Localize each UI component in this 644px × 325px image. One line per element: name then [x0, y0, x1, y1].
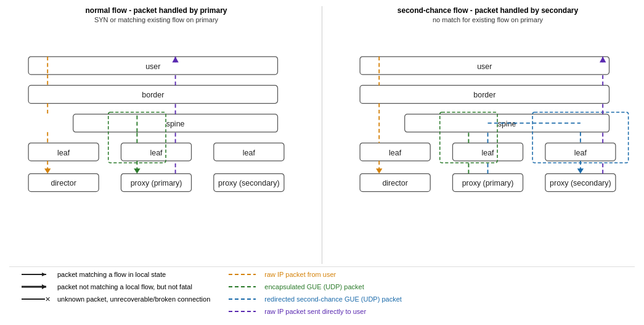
legend-left: packet matching a flow in local state pa…	[22, 270, 210, 316]
legend-item-orange: raw IP packet from user	[229, 270, 402, 279]
diagram-normal-subtitle: SYN or matching existing flow on primary	[94, 16, 218, 23]
svg-marker-66	[577, 168, 584, 173]
legend-right: raw IP packet from user encapsulated GUE…	[229, 270, 402, 316]
legend-purple-label: raw IP packet sent directly to user	[264, 308, 366, 315]
legend-blue-label: redirected second-chance GUE (UDP) packe…	[264, 295, 402, 303]
svg-text:leaf: leaf	[574, 149, 587, 157]
main-container: normal flow - packet handled by primary …	[0, 0, 644, 325]
legend-blue-icon	[229, 295, 259, 303]
diagrams-row: normal flow - packet handled by primary …	[9, 6, 635, 264]
diagram-secondchance-subtitle: no match for existing flow on primary	[433, 16, 543, 23]
svg-marker-76	[42, 284, 46, 289]
diagram-secondchance-title: second-chance flow - packet handled by s…	[397, 6, 578, 15]
svg-marker-28	[134, 168, 140, 173]
svg-text:proxy (secondary): proxy (secondary)	[550, 179, 611, 187]
legend-item-x: ✕ unknown packet, unrecoverable/broken c…	[22, 295, 210, 303]
svg-text:spine: spine	[498, 120, 516, 128]
legend-green-label: encapsulated GUE (UDP) packet	[264, 283, 364, 290]
svg-text:leaf: leaf	[243, 149, 256, 157]
svg-text:user: user	[477, 62, 492, 71]
svg-text:leaf: leaf	[57, 149, 70, 157]
legend-purple-icon	[229, 307, 259, 316]
legend-item-blue: redirected second-chance GUE (UDP) packe…	[229, 295, 402, 303]
legend-orange-label: raw IP packet from user	[264, 271, 336, 278]
legend-item-thick: packet not matching a local flow, but no…	[22, 282, 210, 291]
diagram-normal-title: normal flow - packet handled by primary	[85, 6, 227, 15]
svg-text:proxy (primary): proxy (primary)	[131, 179, 182, 187]
diagram-normal: normal flow - packet handled by primary …	[9, 6, 303, 264]
svg-text:director: director	[382, 179, 407, 187]
legend-item-solid: packet matching a flow in local state	[22, 270, 210, 279]
svg-text:leaf: leaf	[389, 149, 402, 157]
svg-text:director: director	[51, 179, 76, 187]
legend-solid-icon	[22, 270, 52, 279]
svg-text:leaf: leaf	[481, 149, 494, 157]
svg-text:✕: ✕	[45, 295, 51, 303]
legend-solid-label: packet matching a flow in local state	[57, 271, 166, 278]
diagram-secondchance: second-chance flow - packet handled by s…	[341, 6, 635, 264]
svg-text:border: border	[473, 91, 495, 99]
legend-item-purple: raw IP packet sent directly to user	[229, 307, 402, 316]
svg-text:user: user	[145, 62, 160, 71]
legend-thick-icon	[22, 282, 52, 291]
svg-marker-56	[376, 168, 382, 173]
svg-text:proxy (primary): proxy (primary)	[462, 179, 514, 187]
legend-item-green: encapsulated GUE (UDP) packet	[229, 282, 402, 291]
diagram-secondchance-svg: user border spine leaf leaf leaf direc	[341, 28, 635, 264]
svg-text:border: border	[142, 91, 164, 99]
svg-marker-23	[44, 168, 51, 173]
legend-orange-icon	[229, 270, 259, 279]
diagram-divider	[322, 6, 322, 264]
diagram-normal-svg: user border spine leaf leaf leaf	[9, 28, 303, 264]
legend-x-icon: ✕	[22, 295, 52, 303]
svg-text:proxy (secondary): proxy (secondary)	[218, 179, 280, 187]
legend-green-icon	[229, 282, 259, 291]
svg-text:spine: spine	[166, 120, 185, 128]
svg-marker-74	[42, 273, 46, 276]
legend-thick-label: packet not matching a local flow, but no…	[57, 283, 192, 290]
legend-x-label: unknown packet, unrecoverable/broken con…	[57, 295, 210, 303]
svg-text:leaf: leaf	[150, 149, 163, 157]
